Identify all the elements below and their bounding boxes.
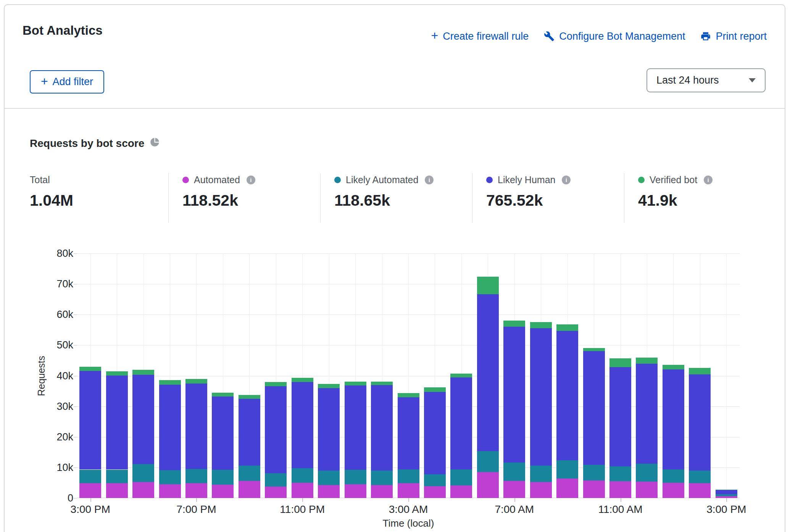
x-tick-label: 11:00 PM [280,503,325,516]
stat-likely-human-label: Likely Human i [486,174,620,185]
bar-segment [689,483,711,498]
likely-automated-dot-icon [334,177,341,183]
bar[interactable] [292,378,313,498]
bar[interactable] [530,322,552,498]
bar[interactable] [185,379,207,498]
print-report-link[interactable]: Print report [700,31,767,42]
y-tick-label: 70k [56,278,73,290]
bar-segment [663,365,684,370]
bar-segment [556,324,578,331]
bar[interactable] [556,324,578,498]
bar-segment [212,397,234,470]
bar-segment [424,474,446,486]
bar[interactable] [689,368,711,498]
bar[interactable] [212,393,234,498]
bar-segment [239,466,260,481]
create-firewall-rule-label: Create firewall rule [443,31,529,42]
bar-segment [583,351,605,465]
bar[interactable] [159,380,181,498]
bar-segment [265,487,287,498]
y-tick-label: 80k [56,248,73,260]
bar-segment [185,483,207,498]
bar-segment [556,460,578,479]
automated-dot-icon [182,177,189,183]
bar-segment [503,463,525,481]
section-heading-text: Requests by bot score [30,137,144,150]
bar-segment [185,469,207,483]
wrench-icon [544,31,555,42]
bar-segment [450,374,472,377]
bar-segment [477,472,499,498]
bar[interactable] [609,358,631,498]
bar-segment [159,380,181,385]
info-icon[interactable]: i [247,176,255,184]
y-tick-mark [74,468,77,468]
bar-segment [159,484,181,498]
bar-segment [79,371,101,470]
bar-segment [424,387,446,392]
bar-segment [636,364,658,464]
header-divider [5,108,785,109]
bar-segment [292,483,313,498]
bar[interactable] [106,371,128,498]
configure-bot-management-link[interactable]: Configure Bot Management [544,31,685,42]
bar-segment [132,375,154,464]
bar-segment [371,382,393,385]
bar-segment [318,471,340,485]
bar-segment [106,470,128,483]
bar[interactable] [132,369,154,498]
bar-segment [530,322,552,329]
bar[interactable] [424,387,446,498]
bar-segment [716,490,737,494]
y-tick-mark [74,437,77,437]
x-tick-label: 3:00 PM [71,503,110,516]
bar[interactable] [239,395,260,498]
bar-segment [503,321,525,327]
stat-verified-bot-value: 41.9k [638,192,765,210]
bar-segment [345,382,366,385]
add-filter-button[interactable]: + Add filter [30,70,104,94]
bar[interactable] [636,358,658,498]
bar[interactable] [477,277,499,498]
print-report-label: Print report [716,31,767,42]
stat-total: Total 1.04M [30,173,168,223]
bar[interactable] [398,393,419,498]
bar[interactable] [79,367,101,498]
x-tick-label: 7:00 AM [495,503,534,516]
stat-verified-bot-label: Verified bot i [638,174,765,185]
y-tick-label: 20k [56,431,73,443]
stat-likely-automated-value: 118.65k [334,192,468,210]
bar[interactable] [716,490,737,498]
bar-segment [636,358,658,364]
info-icon[interactable]: i [425,176,434,184]
bar[interactable] [503,321,525,498]
bar-segment [318,485,340,498]
bar-segment [556,479,578,498]
bar-segment [345,385,366,470]
bar-segment [636,482,658,498]
bar-segment [212,470,234,484]
stat-automated-label: Automated i [182,174,316,185]
bar[interactable] [318,384,340,498]
create-firewall-rule-link[interactable]: + Create firewall rule [431,30,529,42]
bar[interactable] [345,382,366,498]
bar[interactable] [663,365,684,498]
gridline [726,253,727,498]
y-tick-mark [74,498,77,498]
bar-segment [477,294,499,451]
time-range-dropdown[interactable]: Last 24 hours [647,68,766,92]
x-tick-label: 3:00 PM [706,503,746,516]
bar-segment [530,466,552,482]
bar[interactable] [371,382,393,498]
bar[interactable] [450,374,472,498]
bar[interactable] [583,348,605,498]
x-tick-mark [196,498,197,502]
configure-bot-management-label: Configure Bot Management [559,31,685,42]
bar-segment [583,348,605,351]
stat-automated: Automated i 118.52k [168,173,320,223]
info-icon[interactable]: i [562,176,571,184]
bar[interactable] [265,382,287,498]
bar-segment [583,465,605,480]
bar-segment [185,384,207,469]
info-icon[interactable]: i [704,176,713,184]
